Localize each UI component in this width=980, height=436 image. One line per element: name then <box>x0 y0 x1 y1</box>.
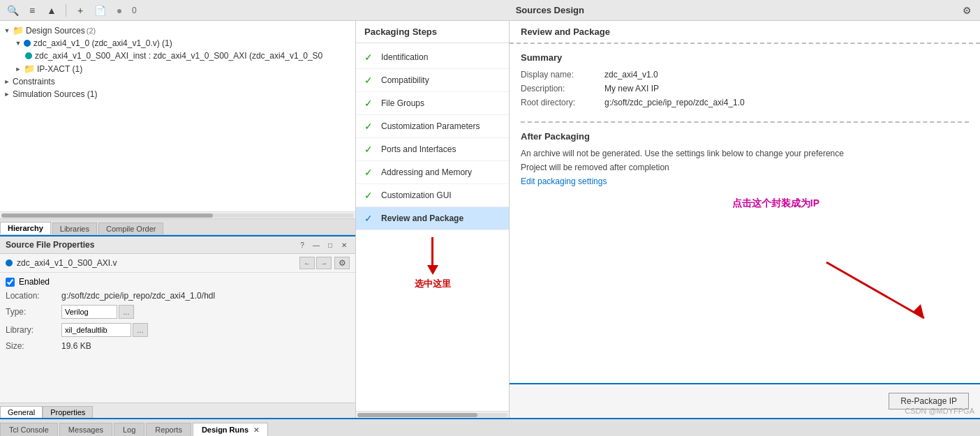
file-name-row: zdc_axi4_v1_0_S00_AXI.v ← → ⚙ <box>0 254 355 273</box>
step-label-identification: Identification <box>381 52 428 62</box>
tab-general[interactable]: General <box>0 406 43 418</box>
tree-arrow-constraints: ► <box>3 77 11 86</box>
size-row: Size: 19.6 KB <box>6 341 350 351</box>
after-packaging-section: After Packaging An archive will not be g… <box>521 121 969 186</box>
tab-hierarchy[interactable]: Hierarchy <box>0 222 51 234</box>
step-review-package[interactable]: ✓ Review and Package <box>356 207 509 230</box>
svg-line-0 <box>826 262 924 318</box>
tree-item-constraints[interactable]: ► Constraints <box>0 75 355 88</box>
middle-scroll-track <box>357 413 507 417</box>
file-prev-btn[interactable]: ← <box>299 257 315 269</box>
separator-1 <box>66 4 66 17</box>
props-title: Source File Properties <box>6 240 297 250</box>
file-dot-icon <box>6 260 13 266</box>
bottom-tab-reports[interactable]: Reports <box>146 423 191 436</box>
step-label-compatibility: Compatibility <box>381 75 429 85</box>
summary-title: Summary <box>521 52 969 63</box>
collapse-icon[interactable]: ▲ <box>45 3 59 17</box>
tab-libraries[interactable]: Libraries <box>52 223 97 234</box>
tab-properties[interactable]: Properties <box>43 406 93 418</box>
bottom-tab-design-runs[interactable]: Design Runs ✕ <box>193 423 268 436</box>
tree-arrow-design-sources: ▼ <box>3 27 11 35</box>
toolbar-title: Sources Design <box>516 5 584 15</box>
step-check-file-groups: ✓ <box>364 98 376 109</box>
props-help-btn[interactable]: ? <box>297 239 308 250</box>
tree-scrollbar[interactable] <box>0 211 355 218</box>
tree-arrow-simulation: ► <box>3 90 11 98</box>
step-list: ✓ Identification ✓ Compatibility ✓ File … <box>356 43 509 411</box>
step-customization-params[interactable]: ✓ Customization Parameters <box>356 115 509 138</box>
toolbar-right: Sources Design <box>513 5 584 15</box>
library-browse-btn[interactable]: … <box>133 323 148 337</box>
top-toolbar: 🔍 ≡ ▲ + 📄 ● 0 Sources Design ⚙ <box>0 0 980 21</box>
edit-settings-link[interactable]: Edit packaging settings <box>521 176 607 186</box>
scrollbar-thumb <box>1 213 213 218</box>
step-label-customization-params: Customization Parameters <box>381 121 480 131</box>
diagonal-arrow-svg <box>812 248 938 332</box>
tree-item-s00-axi-inst[interactable]: zdc_axi4_v1_0_S00_AXI_inst : zdc_axi4_v1… <box>0 50 355 62</box>
props-restore-btn[interactable]: □ <box>325 239 336 250</box>
summary-val-root-dir: g:/soft/zdc_pcie/ip_repo/zdc_axi4_1.0 <box>604 98 745 107</box>
right-panel-footer: CSDN @MDYFPGA Re-Package IP <box>510 383 980 418</box>
step-customization-gui[interactable]: ✓ Customization GUI <box>356 184 509 207</box>
step-file-groups[interactable]: ✓ File Groups <box>356 92 509 115</box>
step-label-customization-gui: Customization GUI <box>381 190 452 200</box>
annotation-arrow-head <box>427 265 438 275</box>
step-compatibility[interactable]: ✓ Compatibility <box>356 69 509 92</box>
summary-row-display-name: Display name: zdc_axi4_v1.0 <box>521 70 969 80</box>
bottom-tab-design-runs-close[interactable]: ✕ <box>253 426 259 434</box>
step-check-identification: ✓ <box>364 52 376 63</box>
step-check-review-package: ✓ <box>364 213 376 224</box>
file-next-btn[interactable]: → <box>316 257 332 269</box>
library-label: Library: <box>6 325 61 335</box>
props-header: Source File Properties ? — □ ✕ <box>0 236 355 254</box>
bottom-tab-tcl-console[interactable]: Tcl Console <box>0 423 58 436</box>
tree-item-zdc-axi4-v1-0[interactable]: ▼ zdc_axi4_v1_0 (zdc_axi4_v1_0.v) (1) <box>0 37 355 50</box>
type-label: Type: <box>6 307 61 317</box>
library-input[interactable] <box>61 323 131 337</box>
type-browse-btn[interactable]: … <box>119 305 134 319</box>
tab-compile-order[interactable]: Compile Order <box>98 223 164 234</box>
props-actions: ? — □ ✕ <box>297 239 350 250</box>
props-minimize-btn[interactable]: — <box>311 239 322 250</box>
props-content: Enabled Location: g:/soft/zdc_pcie/ip_re… <box>0 273 355 403</box>
bottom-tab-log[interactable]: Log <box>114 423 144 436</box>
tree-label-design-sources: Design Sources <box>26 26 85 36</box>
file-gear-btn[interactable]: ⚙ <box>334 257 350 269</box>
tree-count-design-sources: (2) <box>87 27 96 35</box>
enabled-checkbox[interactable] <box>6 278 15 287</box>
size-value: 19.6 KB <box>61 341 91 351</box>
left-panel: ▼ 📁 Design Sources (2) ▼ zdc_axi4_v1_0 (… <box>0 21 356 418</box>
add-icon[interactable]: + <box>73 3 87 17</box>
bottom-tabs: Tcl Console Messages Log Reports Design … <box>0 418 980 436</box>
tree-arrow-ip-xact: ► <box>14 65 22 73</box>
right-panel: Review and Package Summary Display name:… <box>510 21 980 418</box>
right-panel-header: Review and Package <box>510 21 980 44</box>
middle-scrollbar[interactable] <box>356 411 509 418</box>
tree-item-design-sources[interactable]: ▼ 📁 Design Sources (2) <box>0 24 355 37</box>
summary-row-description: Description: My new AXI IP <box>521 84 969 93</box>
counter-badge: 0 <box>132 6 137 15</box>
gear-icon[interactable]: ⚙ <box>960 3 974 17</box>
step-ports-interfaces[interactable]: ✓ Ports and Interfaces <box>356 138 509 161</box>
after-packaging-line-1: An archive will not be generated. Use th… <box>521 149 969 158</box>
circle-icon: ● <box>112 3 126 17</box>
tree-label-simulation: Simulation Sources (1) <box>13 89 97 99</box>
location-value: g:/soft/zdc_pcie/ip_repo/zdc_axi4_1.0/hd… <box>61 291 215 301</box>
file-icon[interactable]: 📄 <box>93 3 107 17</box>
right-panel-content: Summary Display name: zdc_axi4_v1.0 Desc… <box>510 44 980 383</box>
props-close-btn[interactable]: ✕ <box>339 239 350 250</box>
type-input[interactable] <box>61 305 117 319</box>
filter-icon[interactable]: ≡ <box>25 3 39 17</box>
step-identification[interactable]: ✓ Identification <box>356 46 509 69</box>
tree-item-ip-xact[interactable]: ► 📁 IP-XACT (1) <box>0 62 355 75</box>
bottom-tab-messages[interactable]: Messages <box>59 423 112 436</box>
scrollbar-track <box>1 213 354 218</box>
step-addressing-memory[interactable]: ✓ Addressing and Memory <box>356 161 509 184</box>
enabled-label: Enabled <box>19 277 50 287</box>
size-label: Size: <box>6 341 61 351</box>
step-label-addressing-memory: Addressing and Memory <box>381 167 472 177</box>
search-icon[interactable]: 🔍 <box>6 3 20 17</box>
tree-item-simulation[interactable]: ► Simulation Sources (1) <box>0 88 355 100</box>
after-packaging-title: After Packaging <box>521 131 969 142</box>
